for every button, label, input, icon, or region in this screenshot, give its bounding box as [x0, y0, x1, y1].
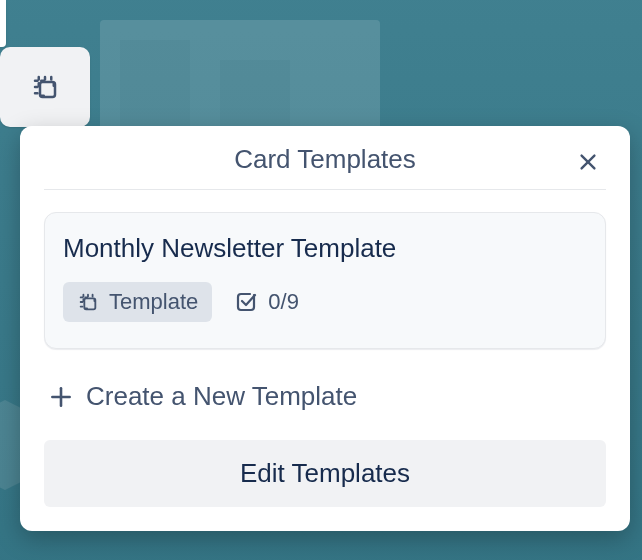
- edit-templates-button[interactable]: Edit Templates: [44, 440, 606, 507]
- template-picker-button[interactable]: [0, 47, 90, 127]
- template-name: Monthly Newsletter Template: [63, 233, 587, 264]
- edit-templates-label: Edit Templates: [240, 458, 410, 488]
- template-meta: Template 0/9: [63, 282, 587, 322]
- template-badge: Template: [63, 282, 212, 322]
- close-icon: [577, 151, 599, 173]
- template-icon: [77, 291, 99, 313]
- checklist-icon: [234, 290, 258, 314]
- create-template-button[interactable]: Create a New Template: [44, 371, 606, 422]
- checklist-indicator: 0/9: [234, 289, 299, 315]
- popover-header: Card Templates: [44, 144, 606, 190]
- create-template-label: Create a New Template: [86, 381, 357, 412]
- template-card[interactable]: Monthly Newsletter Template Template: [44, 212, 606, 349]
- popover-title: Card Templates: [234, 144, 416, 175]
- plus-icon: [48, 384, 74, 410]
- template-icon: [30, 72, 60, 102]
- close-button[interactable]: [570, 144, 606, 180]
- checklist-count: 0/9: [268, 289, 299, 315]
- template-badge-label: Template: [109, 289, 198, 315]
- card-templates-popover: Card Templates Monthly Newsletter Templa…: [20, 126, 630, 531]
- list-edge: [0, 0, 6, 47]
